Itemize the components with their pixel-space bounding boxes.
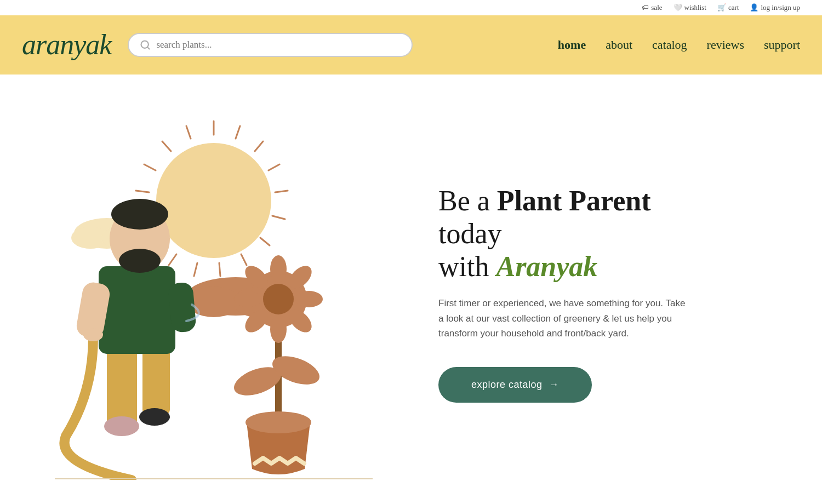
svg-line-12 (169, 254, 176, 265)
svg-rect-35 (168, 282, 197, 333)
sale-label: sale (651, 3, 662, 12)
svg-point-28 (104, 416, 139, 436)
svg-line-18 (186, 126, 191, 139)
hero-illustration (22, 107, 406, 480)
hero-description: First timer or experienced, we have some… (438, 296, 690, 341)
nav-item-reviews[interactable]: reviews (707, 38, 744, 52)
svg-point-44 (234, 291, 261, 307)
nav-item-catalog[interactable]: catalog (652, 38, 687, 52)
search-container (128, 33, 413, 57)
svg-rect-30 (99, 266, 175, 354)
search-icon (140, 39, 151, 50)
heading-bold: Plant Parent (497, 185, 651, 216)
heading-with: with (438, 251, 496, 282)
svg-point-45 (295, 291, 323, 307)
top-bar: 🏷 sale 🤍 wishlist 🛒 cart 👤 log in/sign u… (0, 0, 822, 15)
nav-item-support[interactable]: support (764, 38, 800, 52)
svg-point-32 (111, 199, 168, 230)
svg-point-42 (270, 255, 287, 283)
user-icon: 👤 (750, 3, 758, 12)
wishlist-icon: 🤍 (673, 3, 682, 12)
heading-brand: Aranyak (496, 251, 597, 282)
svg-line-3 (236, 126, 240, 139)
svg-point-43 (270, 316, 287, 343)
nav-item-about[interactable]: about (606, 38, 632, 52)
svg-point-36 (83, 328, 103, 341)
svg-line-11 (194, 263, 197, 276)
svg-line-10 (219, 263, 220, 276)
svg-line-8 (260, 238, 270, 245)
svg-point-50 (246, 411, 311, 433)
nav-item-home[interactable]: home (558, 38, 586, 52)
explore-catalog-button[interactable]: explore catalog → (438, 367, 592, 403)
svg-line-6 (275, 191, 288, 192)
sale-link[interactable]: 🏷 sale (642, 3, 662, 12)
cart-label: cart (728, 3, 739, 12)
hero-heading: Be a Plant Parent today with Aranyak (438, 185, 690, 283)
cart-link[interactable]: 🛒 cart (717, 3, 739, 12)
svg-line-5 (269, 164, 279, 170)
main-nav: home about catalog reviews support (558, 38, 800, 52)
heading-part2: today (438, 218, 502, 249)
login-label: log in/sign up (761, 3, 800, 12)
svg-line-1 (147, 47, 150, 49)
login-link[interactable]: 👤 log in/sign up (750, 3, 800, 12)
svg-point-29 (139, 408, 170, 426)
svg-line-7 (272, 216, 285, 219)
svg-line-9 (241, 254, 247, 265)
wishlist-label: wishlist (684, 3, 706, 12)
header: aranyak home about catalog reviews suppo… (0, 15, 822, 75)
svg-line-16 (144, 164, 156, 170)
svg-point-33 (119, 249, 161, 273)
search-input[interactable] (156, 39, 401, 50)
svg-line-4 (255, 141, 263, 151)
svg-point-19 (156, 143, 271, 258)
cart-icon: 🛒 (717, 3, 726, 12)
heading-part1: Be a (438, 185, 497, 216)
logo: aranyak (22, 31, 111, 59)
hero-content: Be a Plant Parent today with Aranyak Fir… (406, 185, 734, 403)
svg-line-17 (162, 141, 171, 151)
wishlist-link[interactable]: 🤍 wishlist (673, 3, 706, 12)
explore-label: explore catalog (471, 379, 543, 391)
sale-icon: 🏷 (642, 3, 649, 12)
hero-section: Be a Plant Parent today with Aranyak Fir… (0, 75, 822, 502)
svg-point-41 (263, 284, 294, 314)
svg-line-15 (136, 191, 149, 192)
search-bar (128, 33, 413, 57)
explore-arrow: → (549, 379, 560, 391)
svg-rect-26 (107, 343, 137, 425)
illustration-svg (22, 107, 406, 480)
